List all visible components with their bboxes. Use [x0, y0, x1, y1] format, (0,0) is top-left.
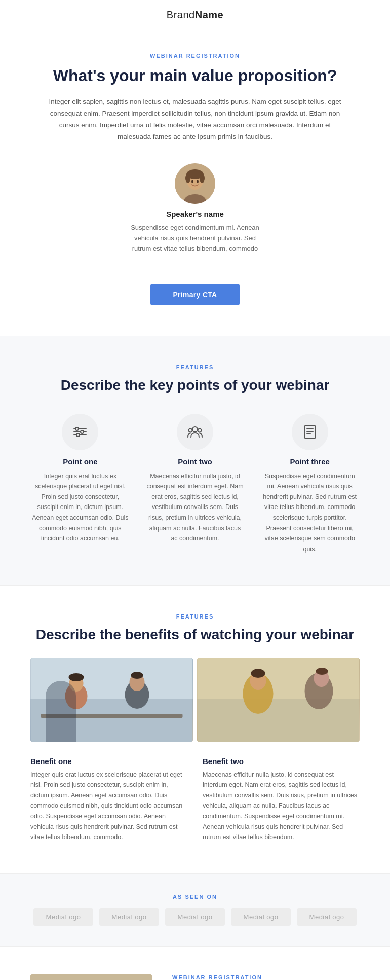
svg-point-14	[192, 427, 198, 432]
header: BrandName	[0, 0, 390, 27]
svg-point-4	[185, 174, 190, 183]
svg-rect-38	[30, 974, 152, 980]
registration-section-label: WEBINAR REGISTRATION	[172, 974, 360, 980]
svg-point-29	[131, 672, 143, 679]
svg-point-13	[76, 433, 80, 437]
point-desc-3: Suspendisse eget condimentum mi. Aenean …	[260, 471, 360, 555]
benefit-text-1: Benefit one Integer quis erat luctus ex …	[30, 757, 187, 843]
point-icon-wrap-3	[292, 414, 328, 450]
benefit-desc-1: Integer quis erat luctus ex scelerisque …	[30, 770, 187, 843]
benefit-desc-2: Maecenas efficitur nulla justo, id conse…	[203, 770, 360, 843]
hero-section: WEBINAR REGISTRATION What's your main va…	[0, 27, 390, 336]
benefits-text-grid: Benefit one Integer quis erat luctus ex …	[30, 757, 360, 843]
benefits-section-label: FEATURES	[30, 613, 360, 620]
media-logo-1: MediaLogo	[33, 908, 93, 926]
hero-section-label: WEBINAR REGISTRATION	[41, 53, 349, 59]
speaker-avatar-image	[175, 163, 215, 204]
features-heading: Describe the key points of your webinar	[30, 377, 360, 393]
document-icon	[302, 424, 318, 440]
benefit-image-2	[197, 658, 360, 742]
benefit-title-1: Benefit one	[30, 757, 187, 766]
points-grid: Point one Integer quis erat luctus ex sc…	[30, 414, 360, 555]
sliders-icon	[72, 424, 88, 440]
users-icon	[187, 424, 203, 440]
media-logo-4: MediaLogo	[231, 908, 291, 926]
registration-image	[30, 974, 152, 980]
svg-point-26	[69, 673, 84, 681]
svg-point-37	[316, 668, 328, 675]
benefits-images	[30, 658, 360, 742]
point-desc-1: Integer quis erat luctus ex scelerisque …	[30, 471, 130, 544]
speaker-name: Speaker's name	[166, 210, 224, 219]
media-logo-3: MediaLogo	[165, 908, 225, 926]
registration-section: WEBINAR REGISTRATION Rephrase your main …	[0, 947, 390, 980]
point-card-3: Point three Suspendisse eget condimentum…	[260, 414, 360, 555]
point-title-2: Point two	[178, 457, 212, 466]
hero-cta-button[interactable]: Primary CTA	[150, 284, 239, 305]
logos-section: AS SEEN ON MediaLogo MediaLogo MediaLogo…	[0, 874, 390, 946]
speaker-bio: Suspendisse eget condimentum mi. Aenean …	[129, 223, 261, 254]
point-title-1: Point one	[63, 457, 97, 466]
point-card-2: Point two Maecenas efficitur nulla justo…	[145, 414, 245, 555]
svg-point-5	[200, 174, 205, 183]
point-icon-wrap-2	[177, 414, 213, 450]
svg-point-7	[197, 180, 199, 183]
benefits-section: FEATURES Describe the benefits of watchi…	[0, 586, 390, 873]
point-title-3: Point three	[290, 457, 330, 466]
hero-heading: What's your main value proposition?	[41, 66, 349, 85]
benefits-heading: Describe the benefits of watching your w…	[30, 627, 360, 643]
svg-rect-31	[198, 658, 360, 699]
logos-section-label: AS SEEN ON	[30, 894, 360, 900]
brand-name-bold: Name	[195, 9, 223, 20]
benefit-image-2-svg	[197, 658, 360, 742]
logos-row: MediaLogo MediaLogo MediaLogo MediaLogo …	[30, 908, 360, 926]
benefit-title-2: Benefit two	[203, 757, 360, 766]
features-section: FEATURES Describe the key points of your…	[0, 336, 390, 585]
features-section-label: FEATURES	[30, 364, 360, 370]
svg-rect-23	[41, 714, 183, 718]
media-logo-5: MediaLogo	[297, 908, 357, 926]
svg-point-16	[198, 428, 202, 432]
benefit-text-2: Benefit two Maecenas efficitur nulla jus…	[203, 757, 360, 843]
point-desc-2: Maecenas efficitur nulla justo, id conse…	[145, 471, 245, 544]
svg-point-12	[81, 430, 84, 433]
point-icon-wrap-1	[62, 414, 98, 450]
svg-point-15	[189, 428, 192, 432]
speaker-card: Speaker's name Suspendisse eget condimen…	[41, 163, 349, 254]
svg-rect-22	[31, 658, 193, 699]
form-side: WEBINAR REGISTRATION Rephrase your main …	[172, 974, 360, 980]
registration-image-svg	[30, 974, 152, 980]
media-logo-2: MediaLogo	[99, 908, 159, 926]
brand-name-regular: Brand	[167, 9, 195, 20]
benefit-image-1	[30, 658, 193, 742]
svg-point-34	[251, 669, 265, 678]
brand-logo: BrandName	[0, 9, 390, 21]
hero-description: Integer elit sapien, sagittis non lectus…	[48, 96, 342, 143]
benefit-image-1-svg	[30, 658, 193, 742]
point-card-1: Point one Integer quis erat luctus ex sc…	[30, 414, 130, 555]
svg-point-11	[75, 427, 79, 430]
speaker-avatar	[175, 163, 215, 204]
svg-point-6	[191, 180, 193, 183]
